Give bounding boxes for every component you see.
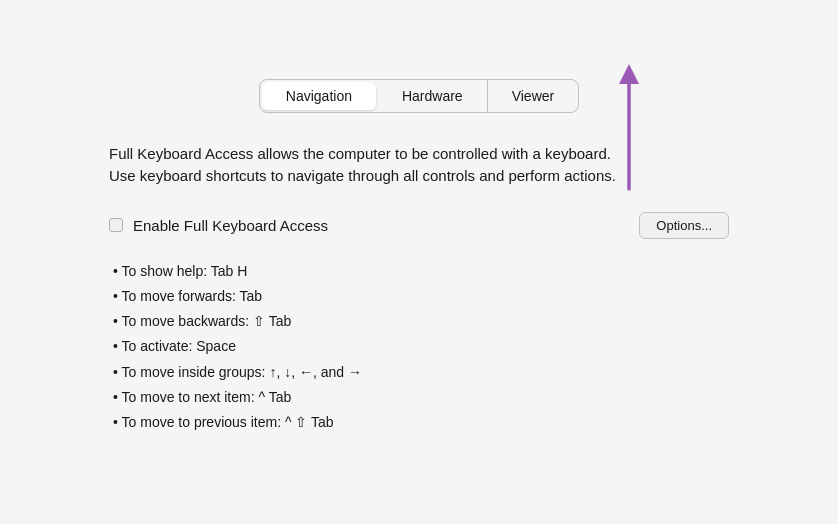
shortcut-item: To move to previous item: ^ ⇧ Tab — [109, 410, 729, 435]
shortcut-item: To move backwards: ⇧ Tab — [109, 309, 729, 334]
tab-viewer[interactable]: Viewer — [488, 80, 579, 112]
checkbox-row: Enable Full Keyboard Access Options... — [109, 212, 729, 239]
shortcut-item: To move forwards: Tab — [109, 284, 729, 309]
shortcut-item: To activate: Space — [109, 334, 729, 359]
checkbox-label-text: Enable Full Keyboard Access — [133, 217, 328, 234]
tab-bar: Navigation Hardware Viewer — [259, 79, 579, 113]
svg-marker-0 — [619, 64, 639, 84]
settings-panel: Navigation Hardware Viewer Full Keyboard… — [69, 49, 769, 475]
options-button[interactable]: Options... — [639, 212, 729, 239]
shortcut-item: To show help: Tab H — [109, 259, 729, 284]
tab-navigation[interactable]: Navigation — [262, 82, 376, 110]
tab-hardware[interactable]: Hardware — [378, 80, 488, 112]
shortcut-item: To move inside groups: ↑, ↓, ←, and → — [109, 360, 729, 385]
shortcut-item: To move to next item: ^ Tab — [109, 385, 729, 410]
enable-keyboard-access-checkbox[interactable] — [109, 218, 123, 232]
checkbox-label[interactable]: Enable Full Keyboard Access — [109, 217, 328, 234]
shortcuts-list: To show help: Tab HTo move forwards: Tab… — [109, 259, 729, 435]
description-text: Full Keyboard Access allows the computer… — [109, 143, 629, 188]
